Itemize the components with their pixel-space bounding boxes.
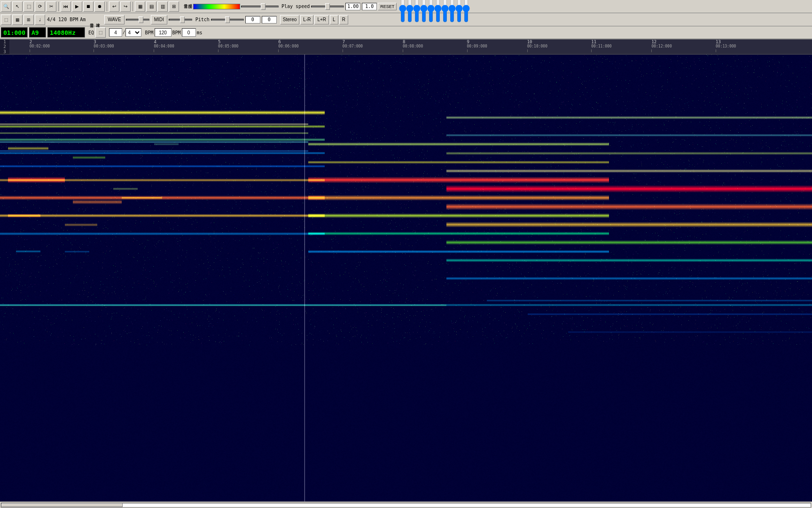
toolbars-area: 🔍 ↖ ⬚ ⟳ ✂ ⏮ ▶ ⏹ ⏺ ↩ ↪ ▦ ▤ ▥ ⊞ [0, 0, 812, 40]
time-sig-display: 4/4 [46, 17, 56, 22]
eq-sliders-row [399, 0, 465, 23]
bpm-value-display: 120 [58, 17, 67, 22]
view-btn2[interactable]: ▤ [146, 1, 156, 12]
timeline-ruler: 1 2 3 200:02:000300:03:000400:04:000500:… [0, 40, 812, 55]
eq-slider-16k[interactable] [463, 0, 469, 23]
ruler-number: 3 [94, 40, 96, 44]
midi-button[interactable]: MIDI [151, 15, 167, 24]
pitch-section: Pitch 0 0 [195, 16, 277, 24]
lpr-button[interactable]: L+R [314, 15, 329, 24]
sensitivity-label: 感度音量 [184, 0, 192, 13]
select-btn[interactable]: ⬚ [23, 1, 34, 12]
play-speed-label: Play speed [281, 4, 310, 9]
stereo-button[interactable]: Stereo [280, 15, 299, 24]
spectrogram-container [0, 55, 812, 501]
eq-slider-250[interactable] [421, 0, 427, 23]
play-btn[interactable]: ▶ [72, 1, 82, 12]
eq-slider-500[interactable] [428, 0, 434, 23]
ruler-time: 00:03:000 [94, 44, 114, 48]
view-btn4[interactable]: ⊞ [169, 1, 179, 12]
skip-back-btn[interactable]: ⏮ [61, 1, 71, 12]
lr-button[interactable]: L-R [300, 15, 313, 24]
level-indicator [193, 4, 240, 9]
undo-btn[interactable]: ↩ [109, 1, 119, 12]
time-display: 01:000 [1, 27, 28, 38]
ruler-tick [527, 49, 528, 52]
ruler-tick [343, 49, 343, 52]
ms-label: ms [197, 30, 203, 35]
wave-button[interactable]: WAVE [104, 15, 124, 24]
eq-slider-62[interactable] [406, 0, 413, 23]
scrollbar-area [0, 501, 812, 508]
ruler-number: 10 [527, 40, 532, 44]
sensitivity-slider[interactable] [241, 6, 279, 8]
ruler-number: 7 [343, 40, 345, 44]
note-display: A9 [29, 27, 46, 38]
freq-display: 14080Hz [47, 27, 85, 38]
ruler-tick [403, 49, 403, 52]
eq-slider-125[interactable] [414, 0, 420, 23]
track-num-3: 3 [3, 49, 6, 54]
scrollbar-thumb[interactable] [1, 503, 123, 507]
eq-label-text: EQ [88, 30, 94, 35]
sep1 [58, 2, 59, 11]
tb2-btn1[interactable]: ⬚ [1, 15, 11, 25]
play-speed-value: 1.00 [345, 3, 360, 10]
scrollbar-track[interactable] [1, 503, 811, 508]
beat-bottom-select[interactable]: 4 [125, 28, 141, 37]
ruler-time: 00:04:000 [154, 44, 174, 48]
ruler-content: 200:02:000300:03:000400:04:000500:05:000… [9, 40, 812, 53]
beat-top-input[interactable] [109, 28, 122, 37]
ruler-tick [278, 49, 279, 52]
tb2-btn4[interactable]: ♩ [35, 15, 45, 25]
eq-slider-2k[interactable] [442, 0, 448, 23]
view-btn1[interactable]: ▦ [135, 1, 145, 12]
stop-btn[interactable]: ⏹ [83, 1, 94, 12]
eq-slider-8k[interactable] [456, 0, 462, 23]
view-btn3[interactable]: ▥ [157, 1, 168, 12]
zoom-btn[interactable]: 🔍 [1, 1, 11, 12]
track-numbers-panel: 1 2 3 [0, 40, 9, 54]
ruler-time: 00:06:000 [278, 44, 298, 48]
cursor-btn[interactable]: ↖ [12, 1, 23, 12]
tb2-btn2[interactable]: ▦ [12, 15, 23, 25]
content-area: 1 2 3 200:02:000300:03:000400:04:000500:… [0, 40, 812, 508]
eq-slider-1k[interactable] [435, 0, 441, 23]
cut-btn[interactable]: ✂ [46, 1, 56, 12]
rec-btn[interactable]: ⏺ [94, 1, 105, 12]
play-speed-slider[interactable] [311, 6, 344, 8]
redo-btn[interactable]: ↪ [120, 1, 131, 12]
eq-slider-31[interactable] [399, 0, 406, 23]
tb2-btn3[interactable]: ⊞ [23, 15, 34, 25]
ruler-tick [716, 49, 716, 52]
bpm-text: BPM [172, 30, 181, 35]
r-button[interactable]: R [339, 15, 348, 24]
eq-sliders-section: 31 62 125 250 500 1k 2 4 8 16 [399, 0, 465, 23]
sep2 [107, 2, 107, 11]
loop-btn[interactable]: ⟳ [35, 1, 45, 12]
midi-slider[interactable] [169, 19, 192, 21]
eq-slider-4k[interactable] [449, 0, 455, 23]
ruler-time: 00:08:000 [403, 44, 423, 48]
main-toolbar: 🔍 ↖ ⬚ ⟳ ✂ ⏮ ▶ ⏹ ⏺ ↩ ↪ ▦ ▤ ▥ ⊞ [0, 0, 812, 13]
sep3 [133, 2, 133, 11]
ruler-number: 8 [403, 40, 405, 44]
bpm-offset-input[interactable] [182, 28, 196, 37]
ruler-tick [94, 49, 94, 52]
reset-button[interactable]: RESET [378, 3, 397, 10]
ruler-marks-container: 200:02:000300:03:000400:04:000500:05:000… [9, 40, 812, 53]
ruler-tick [218, 49, 219, 52]
pitch-value1: 0 [245, 16, 260, 24]
ruler-tick [467, 49, 468, 52]
bpm-display: 120 BPM [57, 17, 79, 22]
time-sig-numerator: 4 [47, 17, 50, 22]
am-label: Am [80, 17, 86, 22]
wave-slider[interactable] [126, 19, 149, 21]
eq-toggle-btn[interactable]: ⬚ [95, 27, 106, 38]
l-button[interactable]: L [330, 15, 338, 24]
spectrogram-canvas [0, 55, 812, 501]
play-speed-max: 1.0 [362, 3, 377, 10]
ruler-number: 13 [716, 40, 721, 44]
pitch-slider[interactable] [211, 19, 244, 21]
bpm-input[interactable] [155, 28, 172, 37]
